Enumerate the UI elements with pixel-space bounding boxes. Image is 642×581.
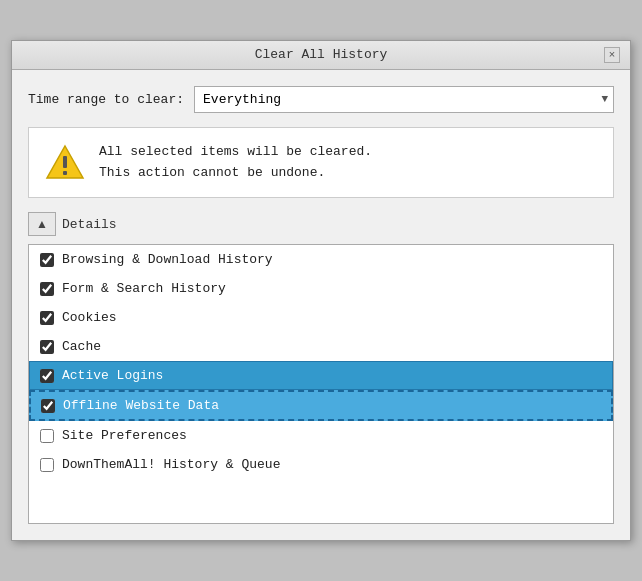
svg-rect-2 (63, 171, 67, 175)
checkbox-form[interactable] (40, 282, 54, 296)
items-list[interactable]: Browsing & Download HistoryForm & Search… (28, 244, 614, 524)
list-item-cookies[interactable]: Cookies (29, 303, 613, 332)
warning-text: All selected items will be cleared. This… (99, 142, 372, 184)
list-item-offline[interactable]: Offline Website Data (29, 390, 613, 421)
list-item-logins[interactable]: Active Logins (29, 361, 613, 390)
list-item-downthemall[interactable]: DownThemAll! History & Queue (29, 450, 613, 479)
warning-icon (45, 144, 85, 180)
checkbox-offline[interactable] (41, 399, 55, 413)
details-toggle-button[interactable]: ▲ (28, 212, 56, 236)
item-label-cookies: Cookies (62, 310, 117, 325)
item-label-logins: Active Logins (62, 368, 163, 383)
item-label-cache: Cache (62, 339, 101, 354)
time-range-select-wrapper: Last Hour Last Two Hours Last Four Hours… (194, 86, 614, 113)
list-item-browsing[interactable]: Browsing & Download History (29, 245, 613, 274)
checkbox-browsing[interactable] (40, 253, 54, 267)
warning-line1: All selected items will be cleared. (99, 142, 372, 163)
warning-box: All selected items will be cleared. This… (28, 127, 614, 199)
title-bar: Clear All History × (12, 41, 630, 70)
checkbox-cache[interactable] (40, 340, 54, 354)
time-range-row: Time range to clear: Last Hour Last Two … (28, 86, 614, 113)
details-toggle: ▲ Details (28, 212, 614, 236)
item-label-form: Form & Search History (62, 281, 226, 296)
svg-rect-1 (63, 156, 67, 168)
list-item-cache[interactable]: Cache (29, 332, 613, 361)
item-label-offline: Offline Website Data (63, 398, 219, 413)
checkbox-logins[interactable] (40, 369, 54, 383)
item-label-downthemall: DownThemAll! History & Queue (62, 457, 280, 472)
item-label-browsing: Browsing & Download History (62, 252, 273, 267)
time-range-label: Time range to clear: (28, 92, 184, 107)
close-button[interactable]: × (604, 47, 620, 63)
list-item-form[interactable]: Form & Search History (29, 274, 613, 303)
checkbox-downthemall[interactable] (40, 458, 54, 472)
details-label: Details (62, 217, 117, 232)
list-item-prefs[interactable]: Site Preferences (29, 421, 613, 450)
warning-line2: This action cannot be undone. (99, 163, 372, 184)
dialog-title: Clear All History (38, 47, 604, 62)
item-label-prefs: Site Preferences (62, 428, 187, 443)
checkbox-prefs[interactable] (40, 429, 54, 443)
checkbox-cookies[interactable] (40, 311, 54, 325)
time-range-select[interactable]: Last Hour Last Two Hours Last Four Hours… (194, 86, 614, 113)
clear-history-dialog: Clear All History × Time range to clear:… (11, 40, 631, 542)
